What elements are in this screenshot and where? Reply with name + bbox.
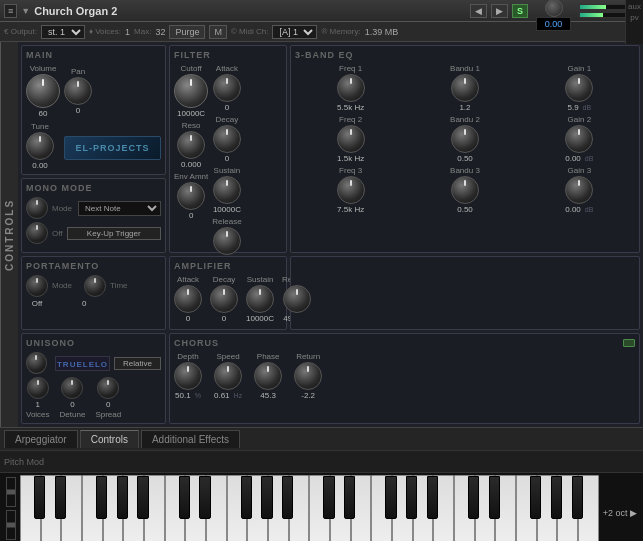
tab-controls[interactable]: Controls (80, 430, 139, 448)
tab-arpeggiator[interactable]: Arpeggiator (4, 430, 78, 448)
pitch-slider-1[interactable] (6, 477, 16, 507)
black-key[interactable] (179, 476, 190, 519)
env-knob[interactable] (177, 182, 205, 210)
amp-decay-value: 0 (222, 314, 226, 323)
gain1-knob[interactable] (565, 74, 593, 102)
uni-spread-knob[interactable] (97, 377, 119, 399)
tune-group-row: Tune 0.00 EL-PROJECTS (26, 122, 161, 170)
uni-voices-knob[interactable] (26, 352, 47, 374)
black-key[interactable] (489, 476, 500, 519)
uni-detune-knob[interactable] (61, 377, 83, 399)
black-key[interactable] (551, 476, 562, 519)
off-knob[interactable] (26, 222, 48, 244)
tune-main-knob[interactable] (26, 132, 54, 160)
volume-knob[interactable] (26, 74, 60, 108)
keyup-button[interactable]: Key-Up Trigger (67, 227, 161, 240)
phase-knob[interactable] (254, 362, 282, 390)
gain2-unit: dB (585, 155, 594, 162)
bandu1-knob[interactable] (451, 74, 479, 102)
m-button[interactable]: M (209, 25, 227, 39)
filter-attack-group: Attack 0 (212, 64, 241, 112)
black-key[interactable] (241, 476, 252, 519)
freq1-knob[interactable] (337, 74, 365, 102)
gain3-knob[interactable] (565, 176, 593, 204)
black-key[interactable] (282, 476, 293, 519)
mode-select[interactable]: Next Note (78, 201, 161, 216)
output-select[interactable]: st. 1 (41, 25, 85, 39)
black-key[interactable] (261, 476, 272, 519)
filter-adsr: Attack 0 Decay 0 Sustain 10000C (212, 64, 241, 265)
return-knob[interactable] (294, 362, 322, 390)
white-key[interactable] (371, 475, 392, 541)
porta-time-knob[interactable] (84, 275, 106, 297)
white-key[interactable] (20, 475, 41, 541)
depth-knob[interactable] (174, 362, 202, 390)
relative-button[interactable]: Relative (114, 357, 161, 370)
cutoff-knob[interactable] (174, 74, 208, 108)
uni-voices2-knob[interactable] (27, 377, 49, 399)
black-key[interactable] (344, 476, 355, 519)
main-title: MAIN (26, 50, 161, 60)
bandu3-knob[interactable] (451, 176, 479, 204)
gain2-knob[interactable] (565, 125, 593, 153)
freq3-knob[interactable] (337, 176, 365, 204)
purge-button[interactable]: Purge (169, 25, 205, 39)
reso-knob[interactable] (177, 131, 205, 159)
eq-grid: Freq 1 5.5k Hz Bandu 1 1.2 Gain 1 5.9 dB (295, 64, 635, 214)
tune-knob[interactable] (545, 0, 563, 17)
white-key[interactable] (309, 475, 330, 541)
mode-knob[interactable] (26, 197, 48, 219)
nav-next-button[interactable]: ▶ (491, 4, 508, 18)
tab-additional-effects[interactable]: Additional Effects (141, 430, 240, 448)
black-key[interactable] (117, 476, 128, 519)
black-key[interactable] (199, 476, 210, 519)
s-button[interactable]: S (512, 4, 528, 18)
bandu2-knob[interactable] (451, 125, 479, 153)
white-key[interactable] (454, 475, 475, 541)
pan-knob[interactable] (64, 77, 92, 105)
black-key[interactable] (137, 476, 148, 519)
mono-title: MONO MODE (26, 183, 161, 193)
black-key[interactable] (530, 476, 541, 519)
nav-prev-button[interactable]: ◀ (470, 4, 487, 18)
speed-knob[interactable] (214, 362, 242, 390)
amp-decay-knob[interactable] (210, 285, 238, 313)
oct-label[interactable]: +2 oct ▶ (603, 508, 637, 518)
off-label: Off (52, 229, 63, 238)
white-key[interactable] (227, 475, 248, 541)
tune-main-value: 0.00 (32, 161, 48, 170)
depth-group: Depth 50.1 % (174, 352, 202, 400)
freq2-knob[interactable] (337, 125, 365, 153)
black-key[interactable] (427, 476, 438, 519)
filter-attack-knob[interactable] (213, 74, 241, 102)
amp-release-knob[interactable] (283, 285, 311, 313)
uni-spread-label: Spread (95, 410, 121, 419)
black-key[interactable] (323, 476, 334, 519)
chorus-toggle[interactable] (623, 339, 635, 347)
piano-keys (20, 475, 599, 541)
white-key[interactable] (82, 475, 103, 541)
black-key[interactable] (55, 476, 66, 519)
header-logo[interactable]: ≡ (4, 4, 17, 18)
amp-sustain-knob[interactable] (246, 285, 274, 313)
pitch-slider-2[interactable] (6, 510, 16, 540)
black-key[interactable] (34, 476, 45, 519)
porta-mode-knob[interactable] (26, 275, 48, 297)
midi-select[interactable]: [A] 1 (272, 25, 317, 39)
black-key[interactable] (468, 476, 479, 519)
pan-group: Pan 0 (64, 67, 92, 115)
black-key[interactable] (406, 476, 417, 519)
cutoff-value: 10000C (177, 109, 205, 118)
filter-sustain-knob[interactable] (213, 176, 241, 204)
black-key[interactable] (96, 476, 107, 519)
depth-unit: % (195, 392, 201, 399)
filter-release-knob[interactable] (213, 227, 241, 255)
amp-attack-knob[interactable] (174, 285, 202, 313)
white-key[interactable] (165, 475, 186, 541)
reso-value: 0.000 (181, 160, 201, 169)
white-key[interactable] (516, 475, 537, 541)
black-key[interactable] (385, 476, 396, 519)
synth-grid: MAIN Volume 60 Pan 0 Tune 0.00 (18, 42, 643, 427)
black-key[interactable] (572, 476, 583, 519)
filter-decay-knob[interactable] (213, 125, 241, 153)
